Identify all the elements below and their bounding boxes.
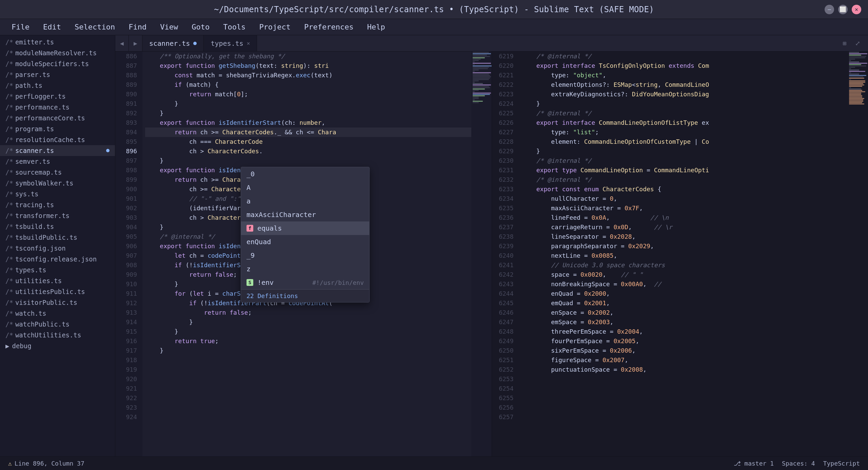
code-line: if (match) {	[145, 80, 471, 90]
tab-scanner[interactable]: scanner.ts	[142, 35, 204, 51]
sidebar-item-tsbuildpublic[interactable]: /* tsbuildPublic.ts	[0, 232, 115, 243]
code-line: nextLine = 0x0085,	[522, 251, 848, 260]
sidebar-item-utilities[interactable]: /* utilities.ts	[0, 275, 115, 286]
sidebar-item-watchpublic[interactable]: /* watchPublic.ts	[0, 319, 115, 330]
menubar: File Edit Selection Find View Goto Tools…	[0, 19, 868, 35]
maximize-button[interactable]: ⬜	[838, 5, 848, 14]
tab-spacer	[257, 35, 840, 51]
sidebar-item-utilitiespublic[interactable]: /* utilitiesPublic.ts	[0, 286, 115, 297]
sidebar-item-performancecore[interactable]: /* performanceCore.ts	[0, 113, 115, 123]
ac-item-a-lower[interactable]: a	[241, 194, 369, 208]
code-line: lineSeparator = 0x2028,	[522, 232, 848, 241]
code-line: }	[145, 109, 471, 118]
code-line: extraKeyDiagnostics?: DidYouMeanOptionsD…	[522, 90, 848, 99]
sidebar-item-types[interactable]: /* types.ts	[0, 265, 115, 275]
sidebar-item-perflogger[interactable]: /* perfLogger.ts	[0, 91, 115, 102]
ac-item-z[interactable]: z	[241, 262, 369, 276]
code-line: emQuad = 0x2001,	[522, 298, 848, 308]
sidebar-folder-debug[interactable]: ▶ debug	[0, 340, 115, 351]
tab-layout-button[interactable]: ⊞	[840, 38, 850, 48]
language-mode[interactable]: TypeScript	[823, 460, 860, 467]
sidebar-item-semver[interactable]: /* semver.ts	[0, 156, 115, 167]
split-editor: 886 887 888 889 890 891 892 893 894 895 …	[115, 52, 868, 456]
right-line-numbers: 6219 6220 6221 6222 6223 6224 6225 6226 …	[492, 52, 519, 456]
ac-label: maxAsciiCharacter	[246, 211, 316, 219]
tab-types-label: types.ts	[211, 39, 243, 47]
code-line: nonBreakingSpace = 0x00A0, //	[522, 279, 848, 289]
sidebar-item-performance[interactable]: /* performance.ts	[0, 102, 115, 113]
menu-help[interactable]: Help	[361, 21, 391, 33]
menu-file[interactable]: File	[5, 21, 36, 33]
menu-find[interactable]: Find	[122, 21, 153, 33]
indentation[interactable]: Spaces: 4	[782, 460, 815, 467]
sidebar-item-program[interactable]: /* program.ts	[0, 123, 115, 134]
ac-item-enquad[interactable]: enQuad	[241, 235, 369, 249]
statusbar-right: ⎇ master 1 Spaces: 4 TypeScript	[734, 460, 860, 467]
sidebar-item-scanner[interactable]: /* scanner.ts	[0, 145, 115, 156]
sidebar-item-symbolwalker[interactable]: /* symbolWalker.ts	[0, 178, 115, 189]
sidebar-item-resolutioncache[interactable]: /* resolutionCache.ts	[0, 134, 115, 145]
code-line: }	[145, 317, 471, 327]
statusbar-left: ⚠ Line 896, Column 37	[8, 460, 84, 467]
ac-footer-definitions[interactable]: 22 Definitions	[241, 289, 369, 302]
tab-close-icon[interactable]: ✕	[247, 40, 250, 46]
right-minimap	[848, 52, 868, 456]
ac-item-0[interactable]: _0	[241, 167, 369, 181]
ac-item-a-upper[interactable]: A	[241, 181, 369, 194]
close-button[interactable]: ✕	[852, 5, 861, 14]
ac-item-env[interactable]: S !env #!/usr/bin/env	[241, 276, 369, 289]
tab-next-button[interactable]: ▶	[129, 35, 142, 51]
menu-goto[interactable]: Goto	[185, 21, 216, 33]
tab-expand-button[interactable]: ⤢	[852, 38, 863, 48]
sidebar-item-sourcemap[interactable]: /* sourcemap.ts	[0, 167, 115, 178]
code-line: export interface TsConfigOnlyOption exte…	[522, 61, 848, 71]
tab-prev-button[interactable]: ◀	[115, 35, 129, 51]
tab-scanner-label: scanner.ts	[149, 39, 190, 47]
ac-item-maxascii[interactable]: maxAsciiCharacter	[241, 208, 369, 221]
sidebar-item-sys[interactable]: /* sys.ts	[0, 189, 115, 199]
code-line: lineFeed = 0x0A, // \n	[522, 213, 848, 222]
sidebar-item-tsconfig[interactable]: /* tsconfig.json	[0, 243, 115, 254]
ac-label: _0	[246, 170, 255, 178]
sidebar-item-modulespecifiers[interactable]: /* moduleSpecifiers.ts	[0, 58, 115, 69]
sidebar-item-path[interactable]: /* path.ts	[0, 80, 115, 91]
folder-icon: ▶	[5, 342, 9, 350]
editor-area: ◀ ▶ scanner.ts types.ts ✕ ⊞ ⤢ 886	[115, 35, 868, 456]
ac-item-9[interactable]: _9	[241, 249, 369, 262]
warning-icon: ⚠	[8, 460, 12, 467]
sidebar-item-watch[interactable]: /* watch.ts	[0, 308, 115, 319]
code-line: /** Optionally, get the shebang */	[145, 52, 471, 61]
sidebar-item-tsbuild[interactable]: /* tsbuild.ts	[0, 221, 115, 232]
sidebar-item-emitter[interactable]: /* emitter.ts	[0, 37, 115, 47]
code-line: threePerEmSpace = 0x2004,	[522, 327, 848, 336]
code-line: const match = shebangTriviaRegex.exec(te…	[145, 71, 471, 80]
ac-item-equals[interactable]: f equals	[241, 221, 369, 235]
ac-label: z	[246, 265, 251, 273]
autocomplete-dropdown[interactable]: _0 A a maxAsciiCharacter f equals enQuad	[241, 167, 370, 302]
minimize-button[interactable]: —	[825, 5, 834, 14]
ac-label: a	[246, 197, 251, 205]
tab-types[interactable]: types.ts ✕	[204, 35, 257, 51]
sidebar-item-visitorpublic[interactable]: /* visitorPublic.ts	[0, 297, 115, 308]
sidebar-item-tracing[interactable]: /* tracing.ts	[0, 199, 115, 210]
menu-tools[interactable]: Tools	[217, 21, 252, 33]
code-line: punctuationSpace = 0x2008,	[522, 365, 848, 374]
code-line: carriageReturn = 0x0D, // \r	[522, 222, 848, 232]
sidebar-item-watchutilities[interactable]: /* watchUtilities.ts	[0, 330, 115, 340]
git-branch[interactable]: ⎇ master 1	[734, 460, 774, 467]
menu-edit[interactable]: Edit	[37, 21, 67, 33]
menu-view[interactable]: View	[154, 21, 184, 33]
sidebar-item-tsconfig-release[interactable]: /* tsconfig.release.json	[0, 254, 115, 265]
right-code-pane: 6219 6220 6221 6222 6223 6224 6225 6226 …	[492, 52, 868, 456]
menu-project[interactable]: Project	[253, 21, 297, 33]
right-code-lines[interactable]: /* @internal */ export interface TsConfi…	[519, 52, 848, 456]
code-line: }	[145, 156, 471, 165]
sidebar-item-transformer[interactable]: /* transformer.ts	[0, 210, 115, 221]
sidebar-item-parser[interactable]: /* parser.ts	[0, 69, 115, 80]
ac-snippet-icon: S	[246, 279, 253, 286]
menu-selection[interactable]: Selection	[68, 21, 121, 33]
sidebar-item-modulenameresolver[interactable]: /* moduleNameResolver.ts	[0, 47, 115, 58]
menu-preferences[interactable]: Preferences	[298, 21, 360, 33]
code-line: nullCharacter = 0,	[522, 194, 848, 203]
code-line: paragraphSeparator = 0x2029,	[522, 241, 848, 251]
